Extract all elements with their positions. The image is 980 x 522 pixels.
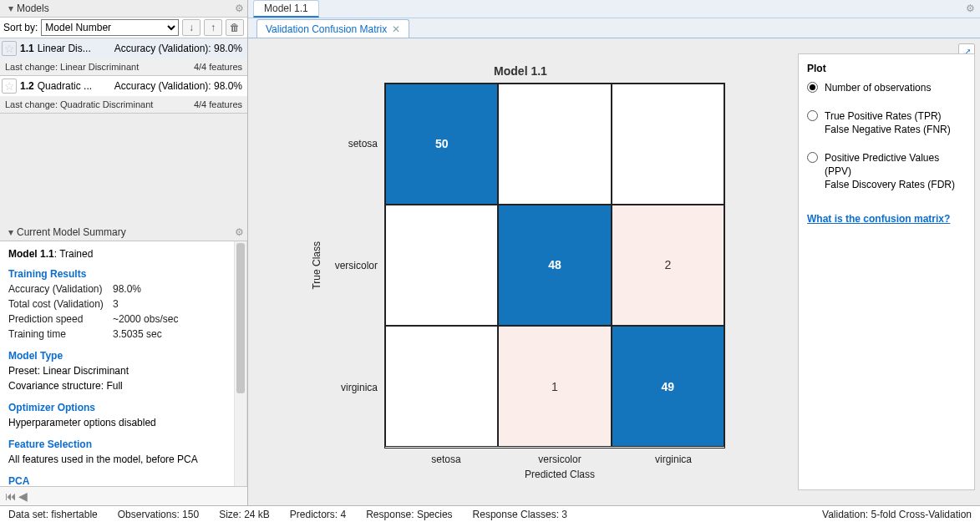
model-item-2[interactable]: ☆ 1.2 Quadratic ... Accuracy (Validation…: [0, 76, 247, 114]
y-axis-label: True Class: [311, 241, 322, 290]
sort-toolbar: Sort by: Model Number ↓ ↑ 🗑: [0, 18, 247, 38]
status-validation: Validation: 5-fold Cross-Validation: [822, 509, 972, 520]
cov-desc: Covariance structure: Full: [8, 378, 238, 393]
model-tab-bar: Model 1.1 ⚙: [248, 0, 980, 18]
y-tick: setosa: [328, 83, 384, 205]
status-size: Size: 24 kB: [219, 509, 270, 520]
matrix-grid: 50 48 2 1 49: [384, 83, 725, 449]
models-list: ☆ 1.1 Linear Dis... Accuracy (Validation…: [0, 38, 247, 224]
summary-nav: ⏮ ◀: [0, 486, 247, 505]
nav-prev-icon[interactable]: ◀: [18, 489, 28, 503]
confusion-matrix-chart: Model 1.1 True Class setosa versicolor v…: [311, 64, 730, 480]
training-results-title: Training Results: [8, 268, 238, 280]
model-item-1[interactable]: ☆ 1.1 Linear Dis... Accuracy (Validation…: [0, 38, 247, 76]
y-tick: virginica: [328, 327, 384, 449]
radio-icon: [807, 82, 818, 93]
feature-selection-title: Feature Selection: [8, 438, 238, 450]
model-name: Linear Dis...: [38, 43, 114, 54]
delete-button[interactable]: 🗑: [226, 19, 244, 36]
x-tick: virginica: [617, 449, 730, 465]
star-icon[interactable]: ☆: [2, 41, 17, 56]
cell-2-0: [385, 326, 498, 447]
collapse-icon[interactable]: ▾: [5, 3, 17, 14]
preset-desc: Preset: Linear Discriminant: [8, 363, 238, 378]
status-response-classes: Response Classes: 3: [473, 509, 567, 520]
chart-title: Model 1.1: [311, 64, 730, 78]
model-accuracy: Accuracy (Validation): 98.0%: [114, 80, 242, 92]
collapse-icon[interactable]: ▾: [5, 226, 17, 238]
feature-count: 4/4 features: [194, 62, 242, 72]
model-number: 1.2: [20, 80, 34, 92]
plot-options-panel: Plot Number of observations True Positiv…: [798, 53, 975, 490]
x-axis-label: Predicted Class: [389, 469, 730, 480]
cell-0-2: [612, 84, 724, 205]
status-dataset: Data set: fishertable: [8, 509, 98, 520]
cell-1-2: 2: [612, 205, 724, 326]
sort-descending-button[interactable]: ↑: [204, 19, 222, 36]
models-panel-title: Models: [17, 3, 235, 14]
cell-2-2: 49: [612, 326, 724, 447]
help-link[interactable]: What is the confusion matrix?: [807, 213, 950, 225]
summary-panel-title: Current Model Summary: [17, 226, 235, 238]
model-tab[interactable]: Model 1.1: [253, 0, 319, 18]
cell-0-1: [498, 84, 611, 205]
y-tick: versicolor: [328, 205, 384, 327]
cell-0-0: 50: [385, 84, 498, 205]
radio-ppv-fdr[interactable]: Positive Predictive Values (PPV) False D…: [807, 151, 966, 191]
radio-icon: [807, 110, 818, 121]
radio-number-observations[interactable]: Number of observations: [807, 81, 966, 94]
cell-1-0: [385, 205, 498, 326]
model-type-title: Model Type: [8, 350, 238, 362]
model-number: 1.1: [20, 43, 34, 54]
status-bar: Data set: fishertable Observations: 150 …: [0, 505, 980, 522]
status-observations: Observations: 150: [118, 509, 199, 520]
status-predictors: Predictors: 4: [290, 509, 346, 520]
models-panel-header: ▾ Models ⚙: [0, 0, 247, 18]
status-response: Response: Species: [366, 509, 452, 520]
model-accuracy: Accuracy (Validation): 98.0%: [114, 43, 242, 54]
sub-tab-bar: Validation Confusion Matrix ✕: [248, 18, 980, 38]
sort-select[interactable]: Model Number: [41, 19, 179, 36]
summary-panel-header: ▾ Current Model Summary ⚙: [0, 224, 247, 241]
gear-icon[interactable]: ⚙: [235, 226, 244, 238]
feature-count: 4/4 features: [194, 99, 242, 109]
plot-panel-title: Plot: [807, 63, 966, 74]
optimizer-title: Optimizer Options: [8, 402, 238, 413]
feature-desc: All features used in the model, before P…: [8, 452, 238, 467]
radio-icon: [807, 152, 818, 163]
optimizer-desc: Hyperparameter options disabled: [8, 415, 238, 430]
x-tick: versicolor: [503, 449, 617, 465]
scrollbar[interactable]: [234, 241, 246, 486]
gear-icon[interactable]: ⚙: [235, 3, 244, 14]
gear-icon[interactable]: ⚙: [966, 3, 975, 14]
close-icon[interactable]: ✕: [392, 23, 400, 35]
x-tick: setosa: [389, 449, 503, 465]
cell-1-1: 48: [498, 205, 611, 326]
model-name: Quadratic ...: [38, 80, 114, 92]
radio-tpr-fnr[interactable]: True Positive Rates (TPR) False Negative…: [807, 109, 966, 136]
summary-model-heading: Model 1.1: Trained: [8, 248, 238, 260]
sort-label: Sort by:: [3, 22, 38, 33]
cell-2-1: 1: [498, 326, 611, 447]
sort-ascending-button[interactable]: ↓: [182, 19, 201, 36]
pca-title: PCA: [8, 475, 238, 486]
star-icon[interactable]: ☆: [2, 79, 17, 94]
summary-body: Model 1.1: Trained Training Results Accu…: [0, 241, 247, 486]
nav-first-icon[interactable]: ⏮: [5, 489, 17, 503]
confusion-matrix-tab[interactable]: Validation Confusion Matrix ✕: [256, 19, 409, 38]
